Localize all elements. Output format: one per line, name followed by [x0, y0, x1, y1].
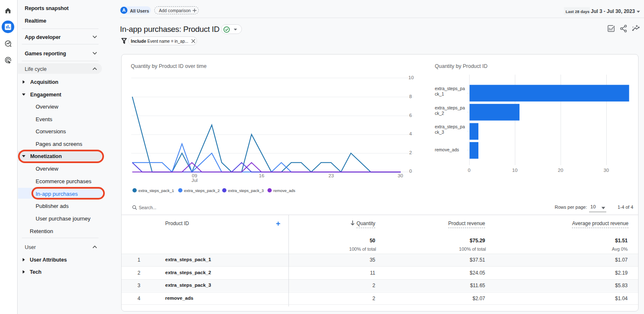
- svg-text:extra_steps_pa: extra_steps_pa: [435, 105, 465, 110]
- svg-text:20: 20: [558, 168, 564, 173]
- svg-text:4: 4: [409, 131, 412, 136]
- svg-text:0: 0: [468, 168, 470, 173]
- svg-text:10: 10: [512, 168, 518, 173]
- svg-text:23: 23: [329, 173, 334, 178]
- svg-text:0: 0: [409, 169, 412, 174]
- svg-text:6: 6: [409, 113, 412, 118]
- svg-text:8: 8: [409, 94, 412, 99]
- svg-text:30: 30: [398, 173, 403, 178]
- svg-text:remove_ads: remove_ads: [435, 147, 459, 152]
- svg-text:30: 30: [604, 168, 609, 173]
- svg-text:extra_steps_pa: extra_steps_pa: [435, 124, 465, 129]
- svg-text:16: 16: [259, 173, 265, 178]
- svg-text:2: 2: [409, 150, 412, 155]
- svg-text:Jul: Jul: [192, 178, 198, 183]
- svg-text:ck_3: ck_3: [435, 130, 444, 135]
- svg-text:extra_steps_pa: extra_steps_pa: [435, 86, 465, 91]
- svg-text:ck_1: ck_1: [435, 91, 444, 96]
- svg-text:ck_2: ck_2: [435, 111, 444, 116]
- svg-text:10: 10: [408, 75, 414, 80]
